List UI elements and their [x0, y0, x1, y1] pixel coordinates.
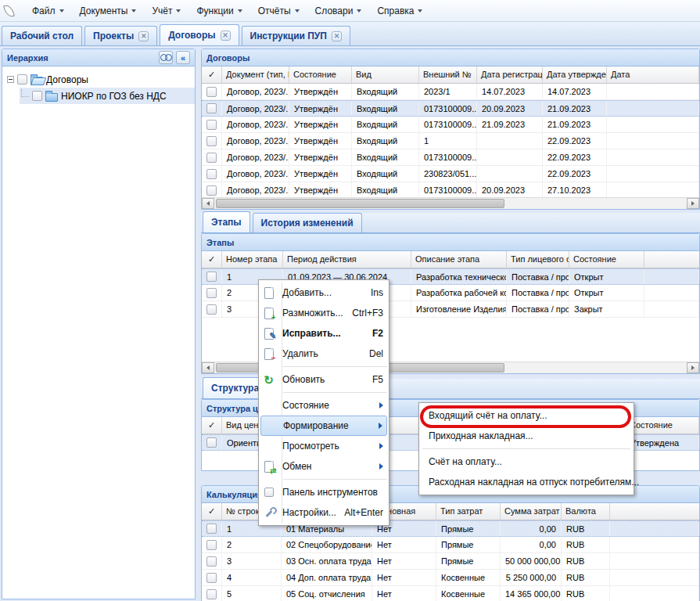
contracts-h-scrollbar[interactable] — [202, 197, 699, 209]
menubar-item-отчёты[interactable]: Отчёты — [250, 2, 307, 20]
scroll-left-button[interactable] — [202, 198, 214, 209]
menu-item-формирование[interactable]: Формирование — [260, 416, 387, 436]
column-header-check[interactable]: ✓ — [202, 417, 222, 434]
column-header[interactable]: Дата регистрации. — [477, 67, 543, 84]
column-header-check[interactable]: ✓ — [202, 503, 222, 520]
stage-tab-этапы[interactable]: Этапы — [203, 211, 250, 232]
tree-search-button[interactable] — [159, 51, 173, 64]
main-tab-проекты[interactable]: Проекты✕ — [84, 26, 157, 45]
table-row[interactable]: Договор, 2023/...УтверждёнВходящий122.09… — [202, 133, 699, 149]
refresh-icon: ↻ — [262, 373, 275, 387]
row-checkbox[interactable] — [206, 87, 217, 97]
tab-close-icon[interactable]: ✕ — [138, 31, 149, 41]
column-header[interactable]: Состояние — [569, 251, 644, 268]
table-row[interactable]: Договор, 2023/...УтверждёнВходящий017310… — [202, 182, 699, 199]
refresh-icon: ↻ — [264, 374, 274, 386]
menu-item-обновить[interactable]: ↻ОбновитьF5 — [259, 369, 389, 390]
hierarchy-title: Иерархия — [7, 53, 156, 63]
table-row[interactable]: Договор, 2023/...УтверждёнВходящий017310… — [202, 149, 699, 166]
tab-close-icon[interactable]: ✕ — [221, 31, 231, 41]
row-checkbox[interactable] — [206, 573, 217, 583]
table-row[interactable]: Договор, 2023/...УтверждёнВходящий017310… — [202, 100, 699, 117]
column-header[interactable]: Документ (тип, № — [222, 67, 289, 84]
row-checkbox[interactable] — [206, 556, 217, 567]
menu-item-обмен[interactable]: Обмен — [259, 456, 389, 477]
column-header[interactable]: Дата — [607, 67, 699, 84]
row-check-cell — [202, 570, 222, 585]
row-checkbox[interactable] — [206, 136, 217, 146]
column-header-check[interactable]: ✓ — [202, 67, 222, 84]
row-checkbox[interactable] — [206, 524, 217, 534]
column-header[interactable]: Состояние — [626, 417, 699, 434]
menu-item-состояние[interactable]: Состояние — [259, 395, 389, 416]
menu-item-панель-инструментов[interactable]: Панель инструментов — [259, 482, 389, 502]
scrollbar-thumb[interactable] — [216, 199, 504, 208]
collapse-panel-button[interactable]: « — [176, 51, 190, 64]
column-header[interactable]: Описание этапа — [411, 251, 507, 268]
column-header[interactable]: Тип лицевого счёт — [507, 251, 569, 268]
row-checkbox[interactable] — [206, 169, 217, 179]
menu-item-настройки[interactable]: Настройки...Alt+Enter — [259, 502, 389, 523]
menubar-item-учёт[interactable]: Учёт — [144, 2, 188, 20]
row-checkbox[interactable] — [206, 185, 217, 196]
menu-item-размножить[interactable]: Размножить...Ctrl+F3 — [259, 303, 389, 323]
main-tab-инструкции-пуп[interactable]: Инструкции ПУП✕ — [242, 26, 350, 45]
table-row[interactable]: Договор, 2023/...УтверждёнВходящий2023/1… — [202, 84, 699, 100]
table-row[interactable]: Договор, 2023/...УтверждёнВходящий230823… — [202, 166, 699, 182]
menu-item-добавить[interactable]: Добавить...Ins — [259, 283, 389, 303]
table-cell: Поставка / про... — [507, 301, 569, 317]
menubar-item-файл[interactable]: Файл — [24, 2, 72, 20]
main-tab-договоры[interactable]: Договоры✕ — [160, 24, 239, 45]
row-checkbox[interactable] — [206, 103, 217, 113]
tree-checkbox[interactable] — [17, 74, 27, 85]
column-header[interactable]: Сумма затрат — [501, 503, 562, 520]
submenu-item-счёт-на-оплату[interactable]: Счёт на оплату... — [419, 452, 634, 472]
tree-node[interactable]: Договоры — [5, 71, 195, 88]
menubar-item-функции[interactable]: Функции — [188, 2, 249, 20]
row-checkbox[interactable] — [206, 288, 217, 298]
tab-close-icon[interactable]: ✕ — [332, 31, 342, 41]
row-checkbox[interactable] — [206, 540, 217, 550]
column-header-check[interactable]: ✓ — [202, 251, 222, 268]
scroll-right-button[interactable] — [687, 198, 699, 209]
row-checkbox[interactable] — [206, 437, 217, 448]
column-header[interactable]: Состояние — [289, 67, 352, 84]
no-icon — [263, 419, 276, 433]
row-checkbox[interactable] — [206, 153, 217, 163]
chevron-down-icon — [418, 9, 422, 13]
row-checkbox[interactable] — [206, 589, 217, 599]
scroll-left-button[interactable] — [202, 362, 214, 373]
submenu-item-входящий-счёт-на-оплату[interactable]: Входящий счёт на оплату... — [419, 405, 634, 426]
column-header[interactable]: Вид — [352, 67, 419, 84]
table-row[interactable]: 505 Соц. отчисленияНетКосвенные14 365 00… — [202, 586, 699, 601]
menu-item-просмотреть[interactable]: Просмотреть — [259, 436, 389, 456]
column-header[interactable]: Внешний № — [419, 67, 477, 84]
menubar-item-документы[interactable]: Документы — [72, 2, 145, 20]
hierarchy-tree: ДоговорыНИОКР по ГОЗ без НДС — [2, 67, 195, 599]
row-checkbox[interactable] — [206, 304, 217, 315]
tree-expander-icon[interactable] — [7, 76, 14, 83]
scroll-right-button[interactable] — [687, 362, 699, 373]
column-header[interactable]: Тип затрат — [436, 503, 501, 520]
menu-item-удалить[interactable]: УдалитьDel — [259, 344, 389, 364]
menu-item-shortcut: F5 — [372, 374, 383, 385]
table-row[interactable]: 404 Доп. оплата трудаНетКосвенные5 250 0… — [202, 570, 699, 586]
submenu-item-расходная-накладная-на-отпуск-потребителям[interactable]: Расходная накладная на отпуск потребител… — [419, 472, 634, 492]
stage-tab-история-изменений[interactable]: История изменений — [253, 213, 362, 232]
submenu-item-приходная-накладная[interactable]: Приходная накладная... — [419, 426, 634, 446]
column-header[interactable]: Валюта — [562, 503, 610, 520]
tree-node[interactable]: НИОКР по ГОЗ без НДС — [20, 88, 195, 104]
menubar-item-словари[interactable]: Словари — [307, 2, 370, 20]
main-tab-рабочий-стол[interactable]: Рабочий стол — [2, 26, 82, 45]
column-header[interactable]: Период действия — [283, 251, 411, 268]
menu-item-исправить[interactable]: Исправить...F2 — [259, 323, 389, 344]
column-header[interactable]: Дата утверждения — [543, 67, 607, 84]
menubar-item-справка[interactable]: Справка — [369, 2, 430, 20]
row-checkbox[interactable] — [206, 272, 217, 282]
table-row[interactable]: 303 Осн. оплата трудаНетПрямые50 000 000… — [202, 553, 699, 570]
row-checkbox[interactable] — [206, 120, 217, 130]
table-row[interactable]: Договор, 2023/...УтверждёнВходящий017310… — [202, 117, 699, 133]
table-row[interactable]: 202 СпецоборудованиеНетПрямые0,00RUB — [202, 537, 699, 553]
column-header[interactable]: Номер этапа — [222, 251, 283, 268]
tree-checkbox[interactable] — [32, 91, 42, 101]
